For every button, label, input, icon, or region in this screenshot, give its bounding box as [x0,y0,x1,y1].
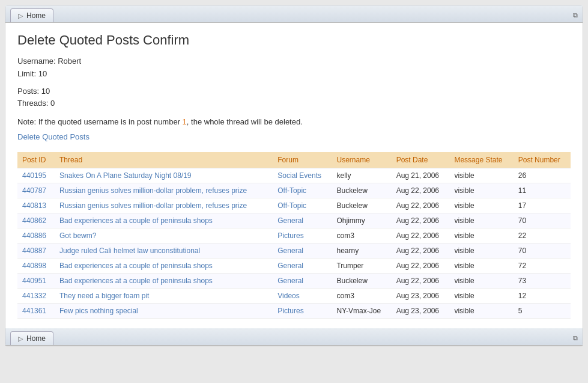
forum-link[interactable]: General [277,216,303,225]
thread-link[interactable]: Bad experiences at a couple of peninsula… [59,216,213,225]
cell-message-state: visible [449,228,513,244]
thread-link[interactable]: Judge ruled Cali helmet law unconstituti… [59,247,200,255]
col-username: Username [332,152,391,168]
bottom-external-link-icon[interactable]: ⧉ [573,334,578,345]
table-row: 440886Got bewm?Picturescom3Aug 22, 2006v… [17,228,571,244]
cell-thread: Judge ruled Cali helmet law unconstituti… [55,244,273,259]
forum-link[interactable]: General [277,247,303,255]
post-id-link[interactable]: 440887 [22,247,46,255]
forum-link[interactable]: Videos [277,292,299,300]
cell-post-id: 440887 [17,244,55,259]
thread-link[interactable]: Bad experiences at a couple of peninsula… [59,262,213,270]
cell-thread: Bad experiences at a couple of peninsula… [55,274,273,289]
cell-post-date: Aug 23, 2006 [392,289,450,304]
thread-link[interactable]: Russian genius solves million-dollar pro… [59,186,247,195]
cell-post-number: 73 [514,274,571,289]
cell-post-date: Aug 22, 2006 [392,228,450,244]
forum-link[interactable]: Pictures [277,231,303,240]
table-row: 441332They need a bigger foam pitVideosc… [17,289,571,304]
cell-message-state: visible [449,244,513,259]
table-row: 440787Russian genius solves million-doll… [17,183,571,198]
cell-username: Buckelew [332,274,391,289]
page-title: Delete Quoted Posts Confirm [17,32,571,48]
note-prefix: Note: If the quoted username is in post … [17,117,183,126]
forum-link[interactable]: Social Events [277,171,321,180]
cell-post-id: 440898 [17,259,55,274]
post-id-link[interactable]: 440813 [22,201,46,210]
cell-post-number: 72 [514,259,571,274]
table-row: 440951Bad experiences at a couple of pen… [17,274,571,289]
cell-post-date: Aug 22, 2006 [392,183,450,198]
cell-forum: Pictures [273,304,332,319]
note-number: 1 [183,117,187,126]
cell-thread: Bad experiences at a couple of peninsula… [55,259,273,274]
forum-link[interactable]: Off-Topic [277,186,306,195]
cell-message-state: visible [449,304,513,319]
post-id-link[interactable]: 440862 [22,216,46,225]
cell-post-id: 441361 [17,304,55,319]
cell-forum: Videos [273,289,332,304]
thread-link[interactable]: Russian genius solves million-dollar pro… [59,201,247,210]
cell-username: com3 [332,289,391,304]
cell-forum: Social Events [273,168,332,183]
forum-link[interactable]: Off-Topic [277,201,306,210]
cell-post-date: Aug 22, 2006 [392,198,450,213]
thread-link[interactable]: Bad experiences at a couple of peninsula… [59,277,213,285]
posts-line: Posts: 10 [17,85,571,98]
forum-link[interactable]: Pictures [277,307,303,315]
table-body: 440195Snakes On A Plane Saturday Night 0… [17,168,571,319]
cell-forum: General [273,244,332,259]
threads-line: Threads: 0 [17,97,571,110]
thread-link[interactable]: Few pics nothing special [59,307,138,315]
cell-forum: Off-Topic [273,183,332,198]
table-row: 440887Judge ruled Cali helmet law uncons… [17,244,571,259]
cell-username: Ohjimmy [332,213,391,228]
post-id-link[interactable]: 440886 [22,231,46,240]
thread-link[interactable]: Got bewm? [59,231,96,240]
cell-post-date: Aug 22, 2006 [392,244,450,259]
cell-thread: Snakes On A Plane Saturday Night 08/19 [55,168,273,183]
col-post-id: Post ID [17,152,55,168]
thread-link[interactable]: Snakes On A Plane Saturday Night 08/19 [59,171,191,180]
cell-username: Buckelew [332,198,391,213]
cell-post-id: 440195 [17,168,55,183]
table-row: 440813Russian genius solves million-doll… [17,198,571,213]
col-post-number: Post Number [514,152,571,168]
post-id-link[interactable]: 441332 [22,292,46,300]
cell-forum: General [273,259,332,274]
post-id-link[interactable]: 440195 [22,171,46,180]
cell-post-id: 440951 [17,274,55,289]
forum-link[interactable]: General [277,277,303,285]
cell-post-id: 440787 [17,183,55,198]
home-tab-arrow-icon: ▷ [18,12,23,20]
post-id-link[interactable]: 440898 [22,262,46,270]
cell-username: Buckelew [332,183,391,198]
col-thread: Thread [55,152,273,168]
note-line: Note: If the quoted username is in post … [17,117,571,126]
bottom-home-tab[interactable]: ▷ Home [10,331,53,345]
bottom-home-tab-label: Home [26,334,46,343]
delete-quoted-posts-link[interactable]: Delete Quoted Posts [17,132,89,141]
cell-post-id: 440886 [17,228,55,244]
note-suffix: , the whole thread will be deleted. [187,117,303,126]
posts-table-container: Post ID Thread Forum Username Post Date … [17,152,571,319]
home-tab[interactable]: ▷ Home [10,8,53,22]
cell-thread: They need a bigger foam pit [55,289,273,304]
forum-link[interactable]: General [277,262,303,270]
limit-line: Limit: 10 [17,68,571,81]
external-link-icon[interactable]: ⧉ [573,11,578,22]
post-id-link[interactable]: 440951 [22,277,46,285]
posts-table: Post ID Thread Forum Username Post Date … [17,152,571,319]
post-id-link[interactable]: 441361 [22,307,46,315]
cell-post-number: 70 [514,244,571,259]
col-forum: Forum [273,152,332,168]
cell-message-state: visible [449,274,513,289]
cell-post-date: Aug 22, 2006 [392,274,450,289]
cell-message-state: visible [449,198,513,213]
thread-link[interactable]: They need a bigger foam pit [59,292,149,300]
cell-thread: Few pics nothing special [55,304,273,319]
table-header-row: Post ID Thread Forum Username Post Date … [17,152,571,168]
post-id-link[interactable]: 440787 [22,186,46,195]
cell-post-date: Aug 22, 2006 [392,259,450,274]
cell-forum: Off-Topic [273,198,332,213]
